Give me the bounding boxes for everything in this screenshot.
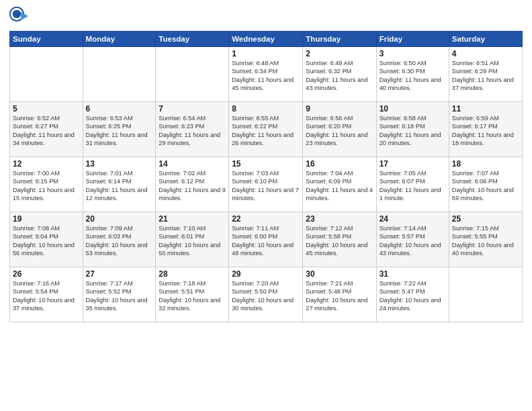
calendar-cell <box>156 47 229 102</box>
calendar-cell: 18Sunrise: 7:07 AM Sunset: 6:06 PM Dayli… <box>449 157 522 212</box>
day-number: 19 <box>13 214 80 224</box>
weekday-header-monday: Monday <box>83 32 156 47</box>
day-number: 12 <box>13 159 80 169</box>
day-number: 18 <box>452 159 519 169</box>
day-number: 21 <box>159 214 226 224</box>
calendar-cell: 31Sunrise: 7:22 AM Sunset: 5:47 PM Dayli… <box>376 267 449 322</box>
calendar-cell: 22Sunrise: 7:11 AM Sunset: 6:00 PM Dayli… <box>229 212 303 267</box>
day-info: Sunrise: 7:02 AM Sunset: 6:12 PM Dayligh… <box>159 169 226 203</box>
day-info: Sunrise: 6:48 AM Sunset: 6:34 PM Dayligh… <box>232 59 300 93</box>
calendar-cell: 21Sunrise: 7:10 AM Sunset: 6:01 PM Dayli… <box>156 212 229 267</box>
day-info: Sunrise: 6:49 AM Sunset: 6:32 PM Dayligh… <box>306 59 373 93</box>
calendar-cell: 24Sunrise: 7:14 AM Sunset: 5:57 PM Dayli… <box>376 212 449 267</box>
day-number: 25 <box>452 214 519 224</box>
day-number: 10 <box>380 104 446 113</box>
calendar-cell <box>10 47 83 102</box>
calendar-cell: 11Sunrise: 6:59 AM Sunset: 6:17 PM Dayli… <box>449 102 522 157</box>
calendar-cell: 2Sunrise: 6:49 AM Sunset: 6:32 PM Daylig… <box>303 47 376 102</box>
day-info: Sunrise: 7:22 AM Sunset: 5:47 PM Dayligh… <box>380 279 446 313</box>
calendar-cell: 14Sunrise: 7:02 AM Sunset: 6:12 PM Dayli… <box>156 157 229 212</box>
day-info: Sunrise: 7:11 AM Sunset: 6:00 PM Dayligh… <box>232 224 300 258</box>
calendar-cell: 9Sunrise: 6:56 AM Sunset: 6:20 PM Daylig… <box>303 102 376 157</box>
calendar-cell: 28Sunrise: 7:18 AM Sunset: 5:51 PM Dayli… <box>156 267 229 322</box>
day-info: Sunrise: 7:07 AM Sunset: 6:06 PM Dayligh… <box>452 169 519 203</box>
day-info: Sunrise: 7:00 AM Sunset: 6:15 PM Dayligh… <box>13 169 80 203</box>
day-info: Sunrise: 7:21 AM Sunset: 5:48 PM Dayligh… <box>306 279 373 313</box>
day-number: 11 <box>452 104 519 113</box>
header <box>9 7 523 26</box>
day-number: 15 <box>232 159 300 169</box>
calendar-cell: 10Sunrise: 6:58 AM Sunset: 6:18 PM Dayli… <box>376 102 449 157</box>
day-number: 26 <box>13 269 80 279</box>
day-number: 8 <box>232 104 300 113</box>
day-number: 14 <box>159 159 226 169</box>
day-number: 17 <box>380 159 446 169</box>
day-info: Sunrise: 7:18 AM Sunset: 5:51 PM Dayligh… <box>159 279 226 313</box>
day-info: Sunrise: 7:04 AM Sunset: 6:09 PM Dayligh… <box>306 169 373 203</box>
day-info: Sunrise: 7:01 AM Sunset: 6:14 PM Dayligh… <box>86 169 153 203</box>
calendar-cell: 3Sunrise: 6:50 AM Sunset: 6:30 PM Daylig… <box>376 47 449 102</box>
svg-point-1 <box>13 10 21 18</box>
weekday-header-wednesday: Wednesday <box>229 32 303 47</box>
calendar-cell: 30Sunrise: 7:21 AM Sunset: 5:48 PM Dayli… <box>303 267 376 322</box>
weekday-header-row: SundayMondayTuesdayWednesdayThursdayFrid… <box>10 32 523 47</box>
day-info: Sunrise: 7:03 AM Sunset: 6:10 PM Dayligh… <box>232 169 300 203</box>
weekday-header-saturday: Saturday <box>449 32 522 47</box>
day-info: Sunrise: 6:51 AM Sunset: 6:29 PM Dayligh… <box>452 59 519 93</box>
day-info: Sunrise: 7:10 AM Sunset: 6:01 PM Dayligh… <box>159 224 226 258</box>
day-number: 31 <box>380 269 446 279</box>
day-info: Sunrise: 6:50 AM Sunset: 6:30 PM Dayligh… <box>380 59 446 93</box>
day-info: Sunrise: 6:56 AM Sunset: 6:20 PM Dayligh… <box>306 114 373 148</box>
day-number: 5 <box>13 104 80 113</box>
day-info: Sunrise: 7:12 AM Sunset: 5:58 PM Dayligh… <box>306 224 373 258</box>
day-number: 23 <box>306 214 373 224</box>
day-number: 6 <box>86 104 153 113</box>
day-info: Sunrise: 7:15 AM Sunset: 5:55 PM Dayligh… <box>452 224 519 258</box>
day-info: Sunrise: 7:05 AM Sunset: 6:07 PM Dayligh… <box>380 169 446 203</box>
day-number: 3 <box>380 49 446 58</box>
day-info: Sunrise: 6:59 AM Sunset: 6:17 PM Dayligh… <box>452 114 519 148</box>
week-row-2: 12Sunrise: 7:00 AM Sunset: 6:15 PM Dayli… <box>10 157 523 212</box>
day-number: 20 <box>86 214 153 224</box>
day-number: 16 <box>306 159 373 169</box>
logo <box>9 7 30 26</box>
day-number: 24 <box>380 214 446 224</box>
calendar-cell <box>83 47 156 102</box>
calendar-cell: 5Sunrise: 6:52 AM Sunset: 6:27 PM Daylig… <box>10 102 83 157</box>
day-number: 4 <box>452 49 519 58</box>
weekday-header-thursday: Thursday <box>303 32 376 47</box>
day-number: 13 <box>86 159 153 169</box>
day-info: Sunrise: 7:16 AM Sunset: 5:54 PM Dayligh… <box>13 279 80 313</box>
day-number: 28 <box>159 269 226 279</box>
day-info: Sunrise: 7:20 AM Sunset: 5:50 PM Dayligh… <box>232 279 300 313</box>
day-info: Sunrise: 7:14 AM Sunset: 5:57 PM Dayligh… <box>380 224 446 258</box>
calendar-cell: 26Sunrise: 7:16 AM Sunset: 5:54 PM Dayli… <box>10 267 83 322</box>
calendar-cell: 19Sunrise: 7:08 AM Sunset: 6:04 PM Dayli… <box>10 212 83 267</box>
calendar-cell <box>449 267 522 322</box>
day-info: Sunrise: 7:08 AM Sunset: 6:04 PM Dayligh… <box>13 224 80 258</box>
calendar-cell: 1Sunrise: 6:48 AM Sunset: 6:34 PM Daylig… <box>229 47 303 102</box>
day-info: Sunrise: 6:52 AM Sunset: 6:27 PM Dayligh… <box>13 114 80 148</box>
day-info: Sunrise: 6:54 AM Sunset: 6:23 PM Dayligh… <box>159 114 226 148</box>
day-number: 2 <box>306 49 373 58</box>
week-row-4: 26Sunrise: 7:16 AM Sunset: 5:54 PM Dayli… <box>10 267 523 322</box>
calendar-cell: 15Sunrise: 7:03 AM Sunset: 6:10 PM Dayli… <box>229 157 303 212</box>
page: SundayMondayTuesdayWednesdayThursdayFrid… <box>0 0 532 411</box>
day-number: 7 <box>159 104 226 113</box>
day-info: Sunrise: 6:55 AM Sunset: 6:22 PM Dayligh… <box>232 114 300 148</box>
day-number: 9 <box>306 104 373 113</box>
calendar-cell: 25Sunrise: 7:15 AM Sunset: 5:55 PM Dayli… <box>449 212 522 267</box>
weekday-header-sunday: Sunday <box>10 32 83 47</box>
calendar-cell: 17Sunrise: 7:05 AM Sunset: 6:07 PM Dayli… <box>376 157 449 212</box>
week-row-1: 5Sunrise: 6:52 AM Sunset: 6:27 PM Daylig… <box>10 102 523 157</box>
calendar-cell: 16Sunrise: 7:04 AM Sunset: 6:09 PM Dayli… <box>303 157 376 212</box>
day-number: 29 <box>232 269 300 279</box>
logo-icon <box>9 7 28 26</box>
calendar-cell: 7Sunrise: 6:54 AM Sunset: 6:23 PM Daylig… <box>156 102 229 157</box>
day-number: 27 <box>86 269 153 279</box>
week-row-0: 1Sunrise: 6:48 AM Sunset: 6:34 PM Daylig… <box>10 47 523 102</box>
calendar-cell: 12Sunrise: 7:00 AM Sunset: 6:15 PM Dayli… <box>10 157 83 212</box>
day-info: Sunrise: 7:17 AM Sunset: 5:52 PM Dayligh… <box>86 279 153 313</box>
weekday-header-tuesday: Tuesday <box>156 32 229 47</box>
calendar-cell: 8Sunrise: 6:55 AM Sunset: 6:22 PM Daylig… <box>229 102 303 157</box>
